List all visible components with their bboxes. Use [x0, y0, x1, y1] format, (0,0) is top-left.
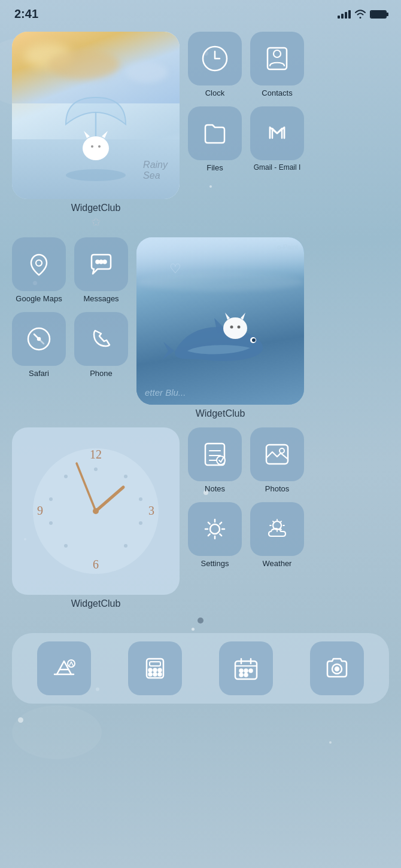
app-notes[interactable]: Notes	[188, 427, 242, 494]
svg-line-13	[34, 334, 39, 339]
svg-point-61	[335, 667, 339, 671]
time-display: 2:41	[14, 7, 38, 21]
svg-marker-19	[241, 313, 245, 320]
dock-calculator[interactable]	[128, 641, 182, 695]
svg-point-55	[240, 670, 243, 673]
svg-point-27	[94, 467, 98, 471]
svg-point-21	[238, 326, 241, 329]
svg-point-56	[245, 670, 248, 673]
page-indicator	[0, 618, 401, 624]
app-safari[interactable]: Safari	[12, 312, 66, 378]
big-widget-rainy[interactable]: RainySea WidgetClub ✩	[12, 32, 180, 229]
svg-marker-2	[102, 131, 108, 138]
dock	[12, 633, 389, 704]
safari-label: Safari	[29, 369, 49, 378]
google-maps-label: Google Maps	[16, 294, 62, 304]
svg-point-49	[154, 669, 157, 672]
notes-label: Notes	[205, 484, 225, 494]
svg-text:12: 12	[90, 448, 102, 461]
svg-point-42	[280, 448, 284, 453]
clock-label: Clock	[205, 88, 225, 98]
svg-point-35	[64, 544, 68, 548]
svg-text:9: 9	[37, 504, 43, 517]
rainy-text: RainySea	[143, 160, 168, 181]
app-weather[interactable]: Weather	[250, 502, 304, 569]
photos-label: Photos	[265, 484, 289, 494]
contacts-label: Contacts	[262, 88, 292, 98]
svg-text:3: 3	[148, 504, 154, 517]
dock-area	[0, 633, 401, 704]
svg-point-51	[149, 673, 152, 676]
svg-point-9	[100, 261, 103, 264]
app-clock[interactable]: Clock	[188, 32, 242, 98]
svg-point-0	[83, 136, 109, 160]
page-dot-active	[198, 618, 203, 624]
svg-point-58	[240, 674, 243, 677]
row1: RainySea WidgetClub ✩ Clock	[12, 32, 389, 229]
phone-label: Phone	[90, 369, 113, 378]
svg-point-32	[64, 475, 68, 478]
clock-widget-wrap[interactable]: 12 3 6 9	[12, 427, 180, 609]
svg-point-30	[139, 521, 142, 525]
svg-line-14	[39, 339, 44, 344]
svg-point-29	[139, 497, 142, 501]
weather-label: Weather	[263, 559, 292, 569]
svg-point-40	[217, 456, 225, 464]
big-widget-dolphin[interactable]: ♡	[136, 237, 304, 419]
svg-point-31	[124, 544, 127, 548]
app-contacts[interactable]: Contacts	[250, 32, 304, 98]
svg-point-4	[98, 145, 101, 148]
gmail-label: Gmail - Email I	[254, 163, 301, 172]
row2: Google Maps Messages	[12, 237, 389, 419]
svg-point-33	[49, 497, 53, 501]
svg-point-53	[159, 673, 162, 676]
wifi-icon	[354, 10, 366, 19]
svg-point-17	[223, 317, 247, 339]
app-gmail[interactable]: Gmail - Email I	[250, 106, 304, 173]
svg-marker-18	[225, 313, 230, 320]
svg-point-8	[96, 261, 99, 264]
app-phone[interactable]: Phone	[74, 312, 128, 378]
app-photos[interactable]: Photos	[250, 427, 304, 494]
row3: 12 3 6 9	[12, 427, 389, 609]
status-bar: 2:41	[0, 0, 401, 26]
svg-point-20	[230, 326, 233, 329]
svg-point-43	[210, 524, 220, 534]
files-label: Files	[206, 163, 223, 173]
svg-marker-1	[84, 131, 90, 138]
svg-point-28	[124, 475, 127, 478]
svg-point-50	[159, 669, 162, 672]
settings-label: Settings	[201, 559, 229, 569]
status-right	[338, 10, 387, 19]
svg-point-3	[91, 145, 93, 148]
svg-rect-47	[150, 662, 160, 666]
svg-point-10	[104, 261, 107, 264]
svg-point-45	[68, 660, 75, 667]
svg-point-59	[245, 674, 248, 677]
app-files[interactable]: Files	[188, 106, 242, 173]
svg-point-16	[252, 338, 256, 342]
battery-icon	[370, 10, 387, 19]
svg-point-57	[250, 670, 253, 673]
analog-clock: 12 3 6 9	[24, 439, 168, 583]
dock-appstore[interactable]	[37, 641, 91, 695]
svg-text:6: 6	[93, 558, 99, 571]
app-google-maps[interactable]: Google Maps	[12, 237, 66, 304]
widgetclub-label-1: WidgetClub	[12, 203, 180, 213]
svg-point-52	[154, 673, 157, 676]
svg-point-48	[149, 669, 152, 672]
dock-camera[interactable]	[310, 641, 364, 695]
svg-point-34	[49, 521, 53, 525]
dock-calendar[interactable]	[219, 641, 273, 695]
messages-label: Messages	[83, 294, 119, 304]
app-messages[interactable]: Messages	[74, 237, 128, 304]
widgetclub-label-2: WidgetClub	[136, 408, 304, 419]
star-icon: ✩	[12, 215, 180, 229]
svg-point-7	[36, 260, 42, 266]
signal-bars	[338, 10, 351, 19]
app-settings[interactable]: Settings	[188, 502, 242, 569]
svg-point-38	[93, 508, 99, 514]
widgetclub-label-3: WidgetClub	[12, 598, 180, 609]
